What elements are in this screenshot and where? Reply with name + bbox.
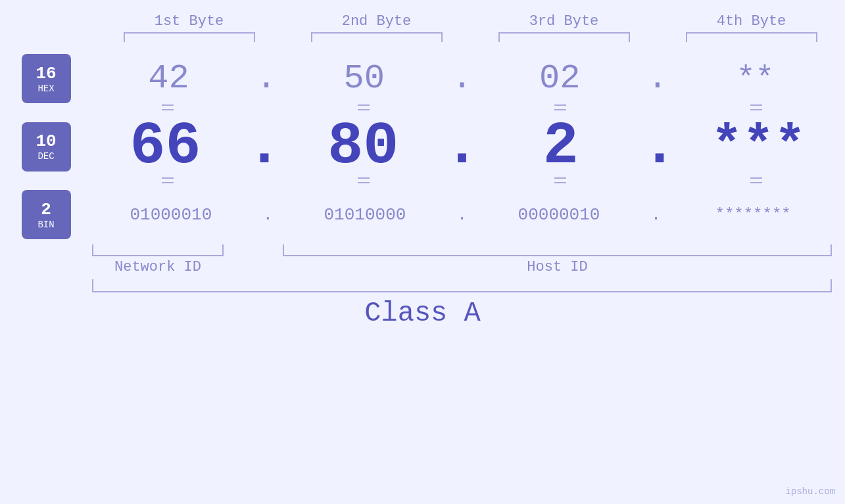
- sep2-col2: [298, 177, 429, 183]
- class-label: Class A: [364, 298, 480, 329]
- sep2-col4: [690, 177, 822, 183]
- col1-header: 1st Byte: [117, 13, 262, 30]
- bin-b4: ********: [687, 206, 819, 223]
- dec-dot2: .: [444, 117, 479, 176]
- dec-dot3: .: [642, 117, 677, 176]
- host-id-label: Host ID: [527, 259, 587, 275]
- dec-b3: 2: [495, 117, 627, 176]
- network-id-bracket: [92, 244, 224, 256]
- bin-b3: 00000010: [493, 205, 625, 225]
- bin-b1: 01000010: [105, 205, 237, 225]
- sep1-col1: [102, 104, 233, 110]
- col4-header: 4th Byte: [679, 13, 824, 30]
- sep2-col3: [495, 177, 626, 183]
- bin-b2: 01010000: [299, 205, 431, 225]
- col4-top-bracket: [686, 32, 817, 42]
- network-id-label: Network ID: [114, 259, 201, 275]
- watermark: ipshu.com: [785, 486, 835, 497]
- hex-dot3: .: [647, 59, 667, 98]
- bin-badge-num: 2: [41, 200, 51, 219]
- hex-b2: 50: [299, 59, 430, 98]
- hex-badge: 16 HEX: [22, 54, 71, 103]
- sep1-col2: [298, 104, 429, 110]
- bin-badge-label: BIN: [37, 219, 54, 230]
- sep1-col4: [690, 104, 822, 110]
- overall-bracket: [92, 279, 832, 292]
- dec-badge: 10 DEC: [22, 122, 71, 172]
- sep2-col1: [102, 177, 233, 183]
- col3-header: 3rd Byte: [492, 13, 637, 30]
- col2-top-bracket: [311, 32, 443, 42]
- bin-dot1: .: [263, 205, 274, 225]
- bin-dot3: .: [651, 205, 662, 225]
- bin-badge: 2 BIN: [22, 190, 71, 239]
- hex-b3: 02: [494, 59, 625, 98]
- hex-b4: **: [689, 61, 821, 97]
- hex-b1: 42: [103, 59, 235, 98]
- hex-badge-num: 16: [36, 64, 56, 83]
- hex-badge-label: HEX: [37, 83, 54, 94]
- hex-dot2: .: [452, 59, 472, 98]
- dec-badge-num: 10: [36, 131, 56, 151]
- dec-badge-label: DEC: [37, 151, 54, 162]
- bin-dot2: .: [457, 205, 468, 225]
- dec-b4: ***: [692, 120, 824, 173]
- col3-top-bracket: [498, 32, 630, 42]
- dec-dot1: .: [247, 117, 282, 176]
- col1-top-bracket: [124, 32, 255, 42]
- host-id-bracket: [283, 244, 832, 256]
- hex-dot1: .: [256, 59, 277, 98]
- dec-b1: 66: [100, 117, 231, 176]
- dec-b2: 80: [297, 117, 429, 176]
- col2-header: 2nd Byte: [304, 13, 449, 30]
- sep1-col3: [495, 104, 626, 110]
